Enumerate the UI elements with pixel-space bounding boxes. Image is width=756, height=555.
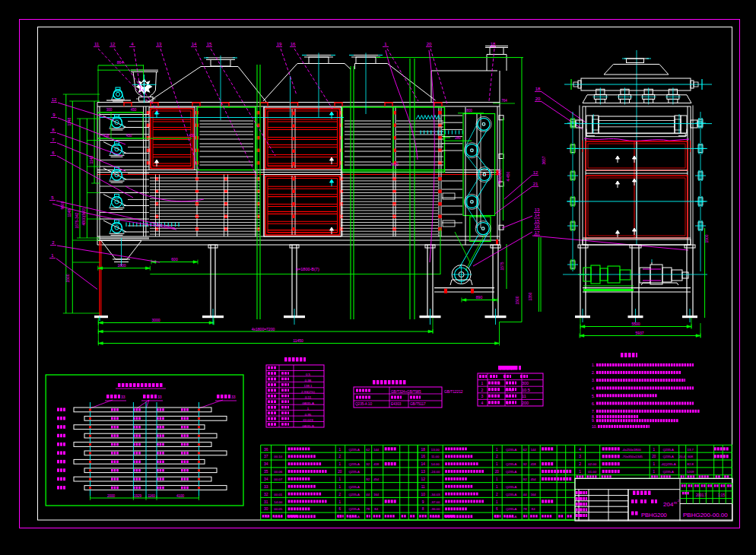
svg-text:00.01: 00.01 [274, 493, 282, 496]
svg-text:35: 35 [264, 470, 268, 474]
svg-text:Q235-A: Q235-A [506, 470, 517, 474]
svg-text:30: 30 [264, 507, 268, 511]
svg-text:12: 12 [533, 170, 538, 175]
svg-text:34: 34 [264, 462, 268, 466]
svg-text:44: 44 [366, 493, 370, 496]
svg-text:Q235-A: Q235-A [506, 507, 517, 511]
svg-text:14: 14 [535, 213, 540, 217]
svg-text:Q235-A: Q235-A [348, 493, 360, 496]
svg-text:m: m [674, 500, 677, 505]
svg-text:164: 164 [373, 493, 380, 496]
svg-text:1: 1 [653, 448, 655, 452]
svg-text:1350: 1350 [528, 292, 532, 300]
svg-text:62: 62 [523, 448, 527, 452]
svg-text:4-450: 4-450 [506, 171, 510, 181]
svg-text:19: 19 [277, 42, 282, 46]
svg-text:84: 84 [374, 507, 378, 511]
svg-text:15: 15 [535, 219, 540, 224]
svg-text:1: 1 [384, 42, 387, 46]
svg-text:6: 6 [496, 507, 498, 511]
svg-text:7.: 7. [592, 409, 595, 414]
svg-text:11: 11 [421, 485, 425, 489]
svg-text:11: 11 [94, 42, 100, 46]
svg-text:GB/T324+GB/T985: GB/T324+GB/T985 [391, 390, 421, 394]
svg-text:10.5: 10.5 [522, 388, 530, 392]
svg-text:33: 33 [264, 485, 268, 489]
svg-text:-4(Q235-A: -4(Q235-A [661, 462, 676, 466]
svg-text:15: 15 [207, 42, 212, 46]
svg-text:14: 14 [421, 462, 426, 466]
svg-text:1929: 1929 [134, 494, 142, 498]
svg-text:600: 600 [171, 257, 178, 262]
svg-text:11.00: 11.00 [431, 455, 440, 458]
svg-text:20: 20 [652, 455, 656, 458]
svg-text:-24.00: -24.00 [430, 470, 440, 474]
svg-text:6.: 6. [592, 401, 595, 406]
svg-text:2000: 2000 [107, 494, 116, 498]
svg-text:1500: 1500 [704, 234, 709, 243]
svg-text:1: 1 [338, 448, 341, 452]
svg-text:9: 9 [422, 500, 424, 504]
svg-text:GB35-B: GB35-B [302, 424, 314, 428]
svg-text:-70x350x1345: -70x350x1345 [622, 455, 643, 458]
svg-text:0.11: 0.11 [305, 395, 312, 399]
svg-text:5.: 5. [592, 394, 595, 398]
svg-text:14.00: 14.00 [431, 462, 440, 466]
svg-text:5937: 5937 [635, 331, 643, 335]
svg-text:Q235-A: Q235-A [348, 470, 360, 474]
svg-text:13.00: 13.00 [431, 448, 440, 452]
svg-text:450: 450 [126, 134, 132, 138]
svg-text:20: 20 [427, 42, 432, 46]
svg-text:1: 1 [338, 500, 341, 504]
svg-text:GB/T5117: GB/T5117 [410, 402, 426, 406]
svg-text:GB35-A: GB35-A [302, 401, 314, 405]
svg-text:20: 20 [338, 470, 342, 474]
svg-text:16: 16 [421, 455, 426, 458]
svg-text:1: 1 [496, 448, 498, 452]
svg-text:11450: 11450 [293, 338, 303, 343]
svg-text:2: 2 [496, 455, 498, 458]
svg-text:450: 450 [189, 134, 195, 138]
svg-text:01.00: 01.00 [588, 470, 596, 474]
svg-text:0.98: 0.98 [305, 379, 312, 382]
svg-text:00.06: 00.06 [274, 470, 282, 474]
svg-text:78: 78 [523, 507, 527, 511]
svg-text:PBHG200: PBHG200 [641, 512, 667, 519]
svg-text:204: 204 [663, 501, 674, 508]
svg-text:6: 6 [338, 507, 341, 511]
svg-text:Q235-A: Q235-A [348, 507, 360, 511]
svg-text:418: 418 [373, 462, 380, 466]
svg-text:84: 84 [532, 507, 535, 511]
svg-text:1: 1 [51, 253, 54, 258]
svg-text:0.5: 0.5 [306, 373, 311, 376]
svg-text:454: 454 [373, 477, 380, 481]
svg-text:10.: 10. [592, 424, 597, 429]
svg-text:-37.00: -37.00 [430, 500, 440, 504]
svg-text:280: 280 [455, 136, 461, 140]
svg-text:8: 8 [52, 128, 55, 132]
svg-text:Q235-A: Q235-A [348, 448, 360, 452]
svg-text:3: 3 [579, 455, 581, 458]
svg-text:430(450): 430(450) [497, 169, 502, 184]
svg-text:864: 864 [117, 60, 124, 65]
svg-text:Q235-A: Q235-A [506, 493, 517, 496]
svg-text:20.4: 20.4 [679, 455, 686, 458]
svg-text:4.: 4. [592, 386, 595, 391]
svg-text:1: 1 [481, 381, 484, 385]
svg-text:2: 2 [338, 455, 341, 458]
svg-text:1:15: 1:15 [718, 493, 725, 497]
svg-text:5: 5 [51, 195, 54, 200]
svg-text:00.10: 00.10 [274, 455, 282, 458]
svg-text:1: 1 [653, 470, 655, 474]
svg-text:200: 200 [522, 401, 529, 405]
svg-text:10: 10 [421, 493, 426, 496]
svg-text:E4303: E4303 [391, 402, 402, 406]
svg-text:62: 62 [366, 448, 370, 452]
svg-text:02.00: 02.00 [588, 462, 596, 466]
svg-text:1148: 1148 [67, 208, 71, 217]
svg-text:2: 2 [481, 388, 484, 392]
svg-text:764: 764 [501, 99, 507, 103]
svg-text:20: 20 [495, 470, 500, 474]
svg-text:PBHG200-00.00: PBHG200-00.00 [683, 512, 728, 519]
svg-text:300: 300 [106, 108, 113, 112]
